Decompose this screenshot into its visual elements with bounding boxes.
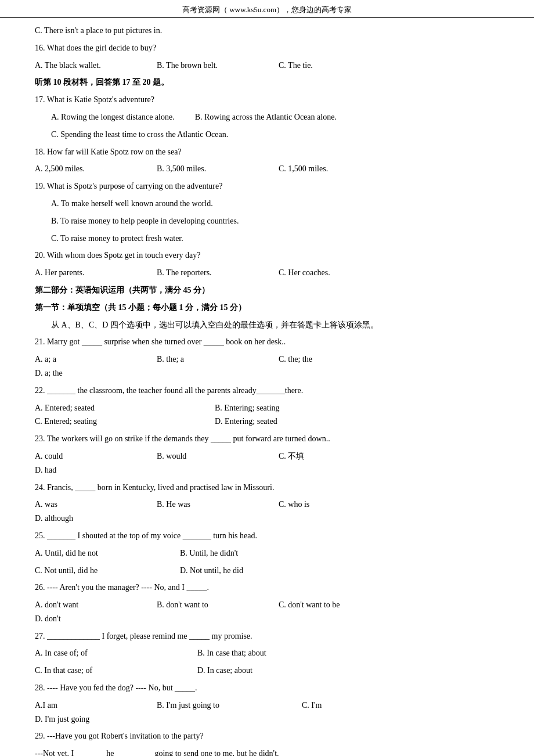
q17-option-a: A. Rowing the longest distance alone. B.… xyxy=(35,110,499,124)
q18-options: A. 2,500 miles. B. 3,500 miles. C. 1,500… xyxy=(35,162,499,176)
question-29-b: ---Not yet. I _______ he _________ going… xyxy=(35,747,499,756)
section-10-header: 听第 10 段材料，回答第 17 至 20 题。 xyxy=(35,75,499,89)
page-header: 高考资源网（ www.ks5u.com），您身边的高考专家 xyxy=(0,0,534,18)
q24-option-b: B. He was xyxy=(157,498,261,512)
q24-options: A. was B. He was C. who is D. although xyxy=(35,498,499,525)
question-25: 25. _______ I shouted at the top of my v… xyxy=(35,529,499,543)
q28-option-a: A.I am xyxy=(35,699,139,712)
question-16: 16. What does the girl decide to buy? xyxy=(35,41,499,55)
q26-option-c: C. don't want to be xyxy=(279,598,383,612)
q18-option-c: C. 1,500 miles. xyxy=(279,162,383,176)
q24-option-c: C. who is xyxy=(279,498,383,512)
q26-option-d: D. don't xyxy=(35,612,139,626)
q23-option-c: C. 不填 xyxy=(279,449,383,463)
q26-option-b: B. don't want to xyxy=(157,598,261,612)
q19-option-a: A. To make herself well known around the… xyxy=(35,197,499,211)
question-29: 29. ---Have you got Robert's invitation … xyxy=(35,729,499,743)
question-21: 21. Marry got _____ surprise when she tu… xyxy=(35,335,499,349)
q20-option-b: B. The reporters. xyxy=(157,266,261,280)
question-18: 18. How far will Katie Spotz row on the … xyxy=(35,145,499,159)
q21-option-d: D. a; the xyxy=(35,366,139,380)
question-20: 20. With whom does Spotz get in touch ev… xyxy=(35,249,499,262)
q27-option-c: C. In that case; of xyxy=(35,664,197,678)
q20-option-c: C. Her coaches. xyxy=(279,266,383,280)
q18-option-a: A. 2,500 miles. xyxy=(35,162,139,176)
q28-option-d: D. I'm just going xyxy=(35,712,151,726)
question-17: 17. What is Katie Spotz's adventure? xyxy=(35,93,499,107)
q28-option-c: C. I'm xyxy=(302,699,406,712)
q22-option-b: B. Entering; seating xyxy=(215,401,377,415)
q25-option-c: C. Not until, did he xyxy=(35,564,163,578)
q23-option-a: A. could xyxy=(35,449,139,463)
q22-option-d: D. Entering; seated xyxy=(215,415,377,429)
question-28: 28. ---- Have you fed the dog? ---- No, … xyxy=(35,681,499,695)
instruction: 从 A、B、C、D 四个选项中，选出可以填入空白处的最佳选项，并在答题卡上将该项… xyxy=(35,318,499,332)
q23-options: A. could B. would C. 不填 D. had xyxy=(35,449,499,477)
section1-title: 第一节：单项填空（共 15 小题；每小题 1 分，满分 15 分） xyxy=(35,301,499,315)
q27-options-cd: C. In that case; of D. In case; about xyxy=(35,664,499,678)
q25-option-b: B. Until, he didn't xyxy=(180,546,308,560)
q23-option-b: B. would xyxy=(157,449,261,463)
q19-option-c: C. To raise money to protect fresh water… xyxy=(35,232,499,246)
q16-option-c-inline: C. The tie. xyxy=(279,59,383,73)
q26-option-a: A. don't want xyxy=(35,598,139,612)
q25-options: A. Until, did he not B. Until, he didn't xyxy=(35,546,499,560)
q23-option-d: D. had xyxy=(35,463,139,477)
q21-options: A. a; a B. the; a C. the; the D. a; the xyxy=(35,352,499,380)
q27-option-d: D. In case; about xyxy=(197,664,360,678)
q18-option-b: B. 3,500 miles. xyxy=(157,162,261,176)
question-24: 24. Francis, _____ born in Kentucky, liv… xyxy=(35,481,499,495)
q16-option-b: B. The brown belt. xyxy=(157,59,261,73)
q25-option-a: A. Until, did he not xyxy=(35,546,163,560)
q21-option-b: B. the; a xyxy=(157,352,261,366)
q26-options: A. don't want B. don't want to C. don't … xyxy=(35,598,499,626)
q16-options: A. The black wallet. B. The brown belt. … xyxy=(35,59,499,73)
part2-title: 第二部分：英语知识运用（共两节，满分 45 分） xyxy=(35,283,499,297)
q25-options-cd: C. Not until, did he D. Not until, he di… xyxy=(35,564,499,578)
question-26: 26. ---- Aren't you the manager? ---- No… xyxy=(35,581,499,595)
q25-option-d: D. Not until, he did xyxy=(180,564,308,578)
q28-options: A.I am B. I'm just going to C. I'm D. I'… xyxy=(35,699,499,726)
q24-option-d: D. although xyxy=(35,512,139,525)
q28-option-b: B. I'm just going to xyxy=(157,699,284,712)
q21-option-a: A. a; a xyxy=(35,352,139,366)
q16-option-a: A. The black wallet. xyxy=(35,59,139,73)
q20-options: A. Her parents. B. The reporters. C. Her… xyxy=(35,266,499,280)
q22-options: A. Entered; seated B. Entering; seating … xyxy=(35,401,499,429)
q16-option-c: C. There isn't a place to put pictures i… xyxy=(35,24,499,38)
question-23: 23. The workers will go on strike if the… xyxy=(35,432,499,446)
q21-option-c: C. the; the xyxy=(279,352,383,366)
question-19: 19. What is Spotz's purpose of carrying … xyxy=(35,179,499,193)
q27-options: A. In case of; of B. In case that; about xyxy=(35,646,499,660)
q17-option-c: C. Spending the least time to cross the … xyxy=(35,128,499,142)
q27-option-b: B. In case that; about xyxy=(197,646,360,660)
q19-option-b: B. To raise money to help people in deve… xyxy=(35,214,499,228)
question-27: 27. _____________ I forget, please remin… xyxy=(35,629,499,643)
q22-option-a: A. Entered; seated xyxy=(35,401,197,415)
q24-option-a: A. was xyxy=(35,498,139,512)
q22-option-c: C. Entered; seating xyxy=(35,415,197,429)
q20-option-a: A. Her parents. xyxy=(35,266,139,280)
question-22: 22. _______ the classroom, the teacher f… xyxy=(35,384,499,398)
q27-option-a: A. In case of; of xyxy=(35,646,197,660)
